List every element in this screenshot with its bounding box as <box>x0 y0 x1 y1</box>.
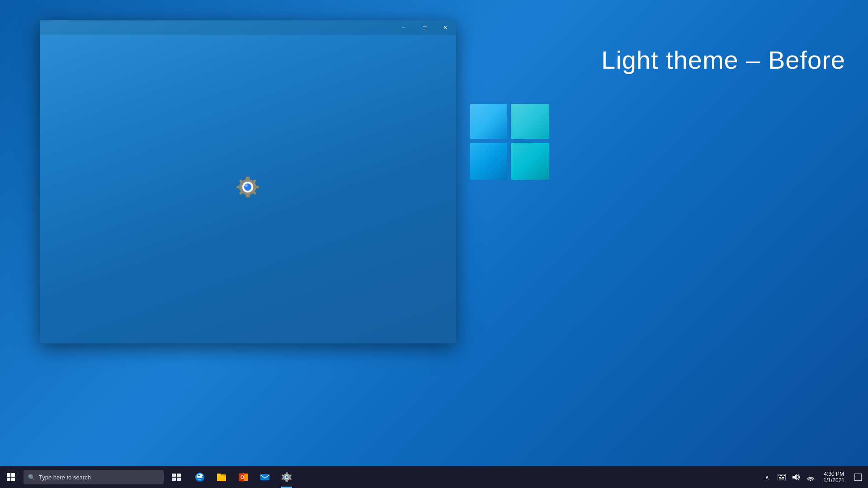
minimize-button[interactable]: – <box>393 20 414 35</box>
svg-rect-19 <box>778 475 779 476</box>
svg-rect-8 <box>177 474 181 477</box>
svg-text:O: O <box>241 475 244 480</box>
window-content <box>40 35 456 343</box>
svg-marker-28 <box>793 474 797 480</box>
svg-point-2 <box>245 184 248 187</box>
search-placeholder: Type here to search <box>39 474 91 481</box>
title-bar: – □ ✕ <box>40 20 456 35</box>
taskbar: 🔍 Type here to search <box>0 466 868 488</box>
svg-rect-22 <box>783 475 783 476</box>
search-icon: 🔍 <box>28 474 35 481</box>
volume-icon[interactable] <box>789 466 803 488</box>
svg-rect-10 <box>177 478 181 481</box>
file-explorer-icon[interactable] <box>211 466 232 488</box>
chevron-up-icon: ∧ <box>765 474 769 481</box>
title-bar-controls: – □ ✕ <box>393 20 456 35</box>
task-view-button[interactable] <box>165 466 187 488</box>
settings-icon[interactable] <box>276 466 297 488</box>
notification-center[interactable] <box>850 466 866 488</box>
keyboard-icon[interactable] <box>774 466 789 488</box>
svg-point-29 <box>810 480 811 481</box>
settings-window: – □ ✕ <box>40 20 456 343</box>
svg-rect-24 <box>779 477 780 478</box>
settings-gear-icon <box>234 176 261 203</box>
windows-logo <box>470 104 561 267</box>
win-logo-br <box>511 143 549 180</box>
svg-rect-27 <box>779 479 784 479</box>
win-logo-bl <box>470 143 507 180</box>
edge-icon[interactable] <box>189 466 211 488</box>
svg-rect-7 <box>172 474 176 477</box>
svg-point-17 <box>286 476 288 479</box>
svg-rect-20 <box>780 475 781 476</box>
close-button[interactable]: ✕ <box>435 20 456 35</box>
taskbar-pinned-apps: O <box>189 466 297 488</box>
mail-icon[interactable] <box>254 466 276 488</box>
svg-rect-9 <box>172 478 176 481</box>
svg-rect-4 <box>11 473 15 477</box>
svg-rect-21 <box>781 475 782 476</box>
win-logo-tr <box>511 104 549 139</box>
desktop: Light theme – Before – □ ✕ <box>0 0 868 488</box>
svg-rect-25 <box>780 477 781 478</box>
svg-rect-13 <box>244 474 248 481</box>
svg-rect-12 <box>217 474 221 476</box>
clock-time: 4:30 PM <box>824 471 844 477</box>
hidden-icons-button[interactable]: ∧ <box>760 466 774 488</box>
svg-rect-26 <box>782 477 784 478</box>
svg-rect-15 <box>260 474 269 480</box>
taskbar-system-tray: ∧ <box>760 466 868 488</box>
maximize-button[interactable]: □ <box>414 20 435 35</box>
office-icon[interactable]: O <box>232 466 254 488</box>
system-clock[interactable]: 4:30 PM 1/1/2021 <box>818 466 850 488</box>
win-logo-tl <box>470 104 507 139</box>
network-icon[interactable] <box>803 466 818 488</box>
svg-point-1 <box>244 183 251 191</box>
clock-date: 1/1/2021 <box>823 477 844 483</box>
start-button[interactable] <box>0 466 22 488</box>
svg-rect-3 <box>7 473 10 477</box>
svg-rect-30 <box>854 474 862 481</box>
svg-rect-6 <box>11 478 15 481</box>
svg-rect-23 <box>784 475 785 476</box>
theme-label: Light theme – Before <box>601 45 845 75</box>
svg-rect-5 <box>7 478 10 481</box>
taskbar-search[interactable]: 🔍 Type here to search <box>24 470 164 484</box>
